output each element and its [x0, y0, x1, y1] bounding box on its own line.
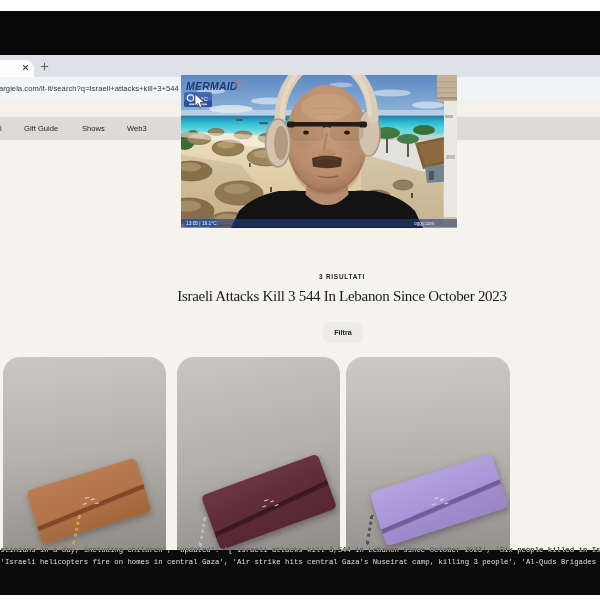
svg-text:MERMAID: MERMAID	[186, 80, 238, 92]
svg-text:oggy.com: oggy.com	[414, 221, 434, 226]
svg-text:13:05 | 19.1°C: 13:05 | 19.1°C	[186, 221, 217, 226]
